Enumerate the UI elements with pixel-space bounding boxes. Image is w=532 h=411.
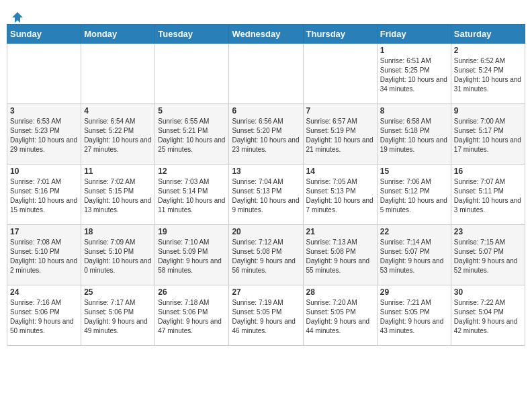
calendar-cell: 21Sunrise: 7:13 AMSunset: 5:08 PMDayligh… <box>303 225 377 285</box>
day-number: 24 <box>10 287 78 297</box>
day-info: Sunrise: 7:17 AMSunset: 5:06 PMDaylight:… <box>84 298 152 336</box>
day-info: Sunrise: 7:09 AMSunset: 5:10 PMDaylight:… <box>84 238 152 275</box>
day-number: 4 <box>84 106 152 116</box>
day-info: Sunrise: 7:05 AMSunset: 5:13 PMDaylight:… <box>306 177 374 215</box>
calendar-header-row: SundayMondayTuesdayWednesdayThursdayFrid… <box>7 25 525 44</box>
day-number: 20 <box>232 227 300 236</box>
day-info: Sunrise: 6:51 AMSunset: 5:25 PMDaylight:… <box>380 56 448 94</box>
day-number: 3 <box>10 106 78 116</box>
day-number: 2 <box>454 46 522 55</box>
calendar-week-row: 1Sunrise: 6:51 AMSunset: 5:25 PMDaylight… <box>7 44 525 104</box>
day-info: Sunrise: 7:10 AMSunset: 5:09 PMDaylight:… <box>158 238 226 275</box>
day-number: 1 <box>380 46 448 55</box>
calendar-cell: 25Sunrise: 7:17 AMSunset: 5:06 PMDayligh… <box>81 285 155 346</box>
calendar-cell: 9Sunrise: 7:00 AMSunset: 5:17 PMDaylight… <box>451 104 525 165</box>
day-number: 12 <box>158 167 226 176</box>
calendar-cell: 4Sunrise: 6:54 AMSunset: 5:22 PMDaylight… <box>81 104 155 165</box>
weekday-header: Sunday <box>7 25 81 44</box>
day-number: 23 <box>454 227 522 236</box>
calendar-cell <box>81 44 155 104</box>
calendar-cell: 1Sunrise: 6:51 AMSunset: 5:25 PMDaylight… <box>377 44 451 104</box>
calendar-cell <box>155 44 229 104</box>
day-number: 13 <box>232 167 300 176</box>
weekday-header: Saturday <box>451 25 525 44</box>
calendar-cell: 28Sunrise: 7:20 AMSunset: 5:05 PMDayligh… <box>303 285 377 346</box>
weekday-header: Wednesday <box>229 25 303 44</box>
calendar-cell: 6Sunrise: 6:56 AMSunset: 5:20 PMDaylight… <box>229 104 303 165</box>
day-number: 25 <box>84 287 152 297</box>
calendar-cell: 8Sunrise: 6:58 AMSunset: 5:18 PMDaylight… <box>377 104 451 165</box>
calendar-cell: 5Sunrise: 6:55 AMSunset: 5:21 PMDaylight… <box>155 104 229 165</box>
day-number: 26 <box>158 287 226 297</box>
calendar-cell: 17Sunrise: 7:08 AMSunset: 5:10 PMDayligh… <box>7 225 81 285</box>
day-info: Sunrise: 7:16 AMSunset: 5:06 PMDaylight:… <box>10 298 78 336</box>
day-info: Sunrise: 7:00 AMSunset: 5:17 PMDaylight:… <box>454 117 522 154</box>
day-number: 16 <box>454 167 522 176</box>
day-number: 17 <box>10 227 78 236</box>
calendar-cell: 15Sunrise: 7:06 AMSunset: 5:12 PMDayligh… <box>377 165 451 225</box>
day-number: 15 <box>380 167 448 176</box>
day-number: 30 <box>454 287 522 297</box>
day-info: Sunrise: 7:08 AMSunset: 5:10 PMDaylight:… <box>10 238 78 275</box>
day-info: Sunrise: 7:20 AMSunset: 5:05 PMDaylight:… <box>306 298 374 336</box>
day-number: 7 <box>306 106 374 116</box>
day-number: 11 <box>84 167 152 176</box>
calendar-cell: 3Sunrise: 6:53 AMSunset: 5:23 PMDaylight… <box>7 104 81 165</box>
day-info: Sunrise: 7:13 AMSunset: 5:08 PMDaylight:… <box>306 238 374 275</box>
day-info: Sunrise: 7:02 AMSunset: 5:15 PMDaylight:… <box>84 177 152 215</box>
weekday-header: Tuesday <box>155 25 229 44</box>
day-info: Sunrise: 7:07 AMSunset: 5:11 PMDaylight:… <box>454 177 522 215</box>
day-number: 6 <box>232 106 300 116</box>
day-info: Sunrise: 7:12 AMSunset: 5:08 PMDaylight:… <box>232 238 300 275</box>
day-number: 28 <box>306 287 374 297</box>
day-info: Sunrise: 6:54 AMSunset: 5:22 PMDaylight:… <box>84 117 152 154</box>
day-number: 29 <box>380 287 448 297</box>
day-number: 8 <box>380 106 448 116</box>
calendar-cell: 2Sunrise: 6:52 AMSunset: 5:24 PMDaylight… <box>451 44 525 104</box>
day-number: 14 <box>306 167 374 176</box>
day-info: Sunrise: 7:06 AMSunset: 5:12 PMDaylight:… <box>380 177 448 215</box>
day-info: Sunrise: 7:18 AMSunset: 5:06 PMDaylight:… <box>158 298 226 336</box>
calendar-cell <box>229 44 303 104</box>
day-number: 21 <box>306 227 374 236</box>
calendar-body: 1Sunrise: 6:51 AMSunset: 5:25 PMDaylight… <box>7 44 525 346</box>
calendar-cell: 27Sunrise: 7:19 AMSunset: 5:05 PMDayligh… <box>229 285 303 346</box>
day-info: Sunrise: 7:21 AMSunset: 5:05 PMDaylight:… <box>380 298 448 336</box>
day-info: Sunrise: 6:58 AMSunset: 5:18 PMDaylight:… <box>380 117 448 154</box>
calendar-week-row: 17Sunrise: 7:08 AMSunset: 5:10 PMDayligh… <box>7 225 525 285</box>
calendar-cell: 30Sunrise: 7:22 AMSunset: 5:04 PMDayligh… <box>451 285 525 346</box>
calendar-cell: 10Sunrise: 7:01 AMSunset: 5:16 PMDayligh… <box>7 165 81 225</box>
day-info: Sunrise: 6:52 AMSunset: 5:24 PMDaylight:… <box>454 56 522 94</box>
day-info: Sunrise: 6:57 AMSunset: 5:19 PMDaylight:… <box>306 117 374 154</box>
day-info: Sunrise: 7:04 AMSunset: 5:13 PMDaylight:… <box>232 177 300 215</box>
day-info: Sunrise: 6:56 AMSunset: 5:20 PMDaylight:… <box>232 117 300 154</box>
calendar-cell <box>7 44 81 104</box>
day-number: 9 <box>454 106 522 116</box>
day-info: Sunrise: 7:22 AMSunset: 5:04 PMDaylight:… <box>454 298 522 336</box>
day-info: Sunrise: 6:55 AMSunset: 5:21 PMDaylight:… <box>158 117 226 154</box>
weekday-header: Thursday <box>303 25 377 44</box>
day-number: 19 <box>158 227 226 236</box>
calendar-cell: 24Sunrise: 7:16 AMSunset: 5:06 PMDayligh… <box>7 285 81 346</box>
day-info: Sunrise: 7:19 AMSunset: 5:05 PMDaylight:… <box>232 298 300 336</box>
weekday-header: Monday <box>81 25 155 44</box>
day-number: 22 <box>380 227 448 236</box>
calendar-cell: 23Sunrise: 7:15 AMSunset: 5:07 PMDayligh… <box>451 225 525 285</box>
calendar-cell: 14Sunrise: 7:05 AMSunset: 5:13 PMDayligh… <box>303 165 377 225</box>
day-number: 5 <box>158 106 226 116</box>
calendar-cell: 18Sunrise: 7:09 AMSunset: 5:10 PMDayligh… <box>81 225 155 285</box>
svg-marker-0 <box>12 12 23 23</box>
day-info: Sunrise: 7:14 AMSunset: 5:07 PMDaylight:… <box>380 238 448 275</box>
calendar-cell: 20Sunrise: 7:12 AMSunset: 5:08 PMDayligh… <box>229 225 303 285</box>
calendar-cell: 16Sunrise: 7:07 AMSunset: 5:11 PMDayligh… <box>451 165 525 225</box>
day-info: Sunrise: 7:15 AMSunset: 5:07 PMDaylight:… <box>454 238 522 275</box>
calendar-cell: 22Sunrise: 7:14 AMSunset: 5:07 PMDayligh… <box>377 225 451 285</box>
day-number: 27 <box>232 287 300 297</box>
weekday-header: Friday <box>377 25 451 44</box>
day-info: Sunrise: 7:01 AMSunset: 5:16 PMDaylight:… <box>10 177 78 215</box>
logo <box>9 11 24 21</box>
day-number: 10 <box>10 167 78 176</box>
calendar-week-row: 3Sunrise: 6:53 AMSunset: 5:23 PMDaylight… <box>7 104 525 165</box>
calendar-week-row: 10Sunrise: 7:01 AMSunset: 5:16 PMDayligh… <box>7 165 525 225</box>
logo-icon <box>11 11 24 24</box>
